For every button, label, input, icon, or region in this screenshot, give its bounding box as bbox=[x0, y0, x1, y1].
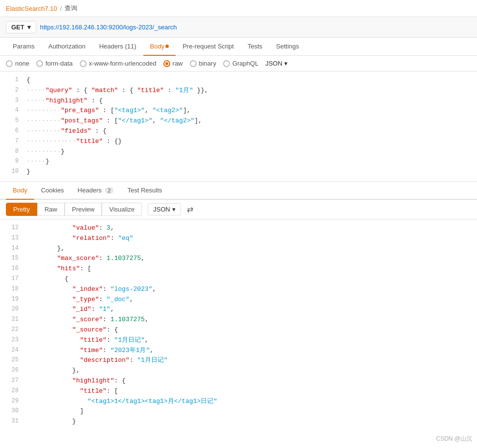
req-line-9: 9 ·····} bbox=[0, 157, 477, 167]
opt-raw-label: raw bbox=[173, 60, 183, 67]
resp-view-opts: Pretty Raw Preview Visualize JSON ▾ ⇄ bbox=[0, 200, 477, 219]
resp-line-19: 19 "_type": "_doc", bbox=[0, 295, 477, 305]
breadcrumb-sep: / bbox=[60, 5, 62, 12]
json-chevron: ▾ bbox=[284, 60, 288, 67]
resp-line-17: 17 { bbox=[0, 274, 477, 284]
opt-binary[interactable]: binary bbox=[190, 60, 216, 67]
resp-line-12: 12 "value": 3, bbox=[0, 223, 477, 234]
url-bar: GET ▾ bbox=[0, 17, 477, 38]
tab-prerequest[interactable]: Pre-request Script bbox=[176, 38, 241, 56]
opt-formdata-label: form-data bbox=[45, 60, 73, 67]
opt-urlencoded[interactable]: x-www-form-urlencoded bbox=[80, 60, 157, 67]
tab-body[interactable]: Body bbox=[143, 38, 176, 56]
opt-urlencoded-label: x-www-form-urlencoded bbox=[89, 60, 157, 67]
resp-line-29: 29 "<tag1>1</tag1><tag1>月</tag1>日记" bbox=[0, 397, 477, 407]
response-editor: 12 "value": 3, 13 "relation": "eq" 14 },… bbox=[0, 219, 477, 431]
view-pretty[interactable]: Pretty bbox=[6, 203, 37, 216]
radio-graphql bbox=[223, 60, 230, 67]
req-line-2: 2 ·····"query" : { "match" : { "title" :… bbox=[0, 86, 477, 96]
req-line-6: 6 ·········"fields" : { bbox=[0, 126, 477, 137]
json-format-dropdown[interactable]: JSON ▾ bbox=[265, 60, 288, 67]
resp-tab-cookies[interactable]: Cookies bbox=[34, 182, 71, 200]
resp-line-18: 18 "_index": "logs-2023", bbox=[0, 284, 477, 295]
breadcrumb: ElasticSearch7.10 / 查询 bbox=[6, 4, 77, 13]
tab-params[interactable]: Params bbox=[6, 38, 42, 56]
resp-line-28: 28 "title": [ bbox=[0, 386, 477, 397]
breadcrumb-page: 查询 bbox=[65, 4, 77, 13]
resp-tab-testresults[interactable]: Test Results bbox=[120, 182, 169, 200]
response-tabs: Body Cookies Headers 2 Test Results bbox=[0, 182, 477, 200]
opt-none-label: none bbox=[15, 60, 29, 67]
resp-line-26: 26 }, bbox=[0, 366, 477, 376]
method-chevron: ▾ bbox=[27, 24, 31, 31]
method-select[interactable]: GET ▾ bbox=[6, 21, 36, 33]
wrap-icon[interactable]: ⇄ bbox=[187, 205, 193, 214]
resp-line-30: 30 ] bbox=[0, 406, 477, 417]
radio-none bbox=[6, 60, 13, 67]
tab-headers[interactable]: Headers (11) bbox=[92, 38, 143, 56]
top-bar: ElasticSearch7.10 / 查询 bbox=[0, 0, 477, 17]
resp-line-16: 16 "hits": [ bbox=[0, 264, 477, 274]
resp-line-21: 21 "_score": 1.1037275, bbox=[0, 315, 477, 325]
resp-line-15: 15 "max_score": 1.1037275, bbox=[0, 254, 477, 264]
opt-graphql[interactable]: GraphQL bbox=[223, 60, 258, 67]
req-line-10: 10 } bbox=[0, 167, 477, 177]
resp-line-22: 22 "_source": { bbox=[0, 325, 477, 335]
req-line-1: 1 { bbox=[0, 75, 477, 86]
resp-line-13: 13 "relation": "eq" bbox=[0, 234, 477, 244]
resp-line-31: 31 } bbox=[0, 417, 477, 427]
opt-none[interactable]: none bbox=[6, 60, 29, 67]
resp-line-20: 20 "_id": "1", bbox=[0, 305, 477, 315]
resp-json-dropdown[interactable]: JSON ▾ bbox=[148, 203, 181, 215]
opt-graphql-label: GraphQL bbox=[232, 60, 258, 67]
req-line-7: 7 ·············"title" : {} bbox=[0, 137, 477, 147]
resp-line-25: 25 "description": "1月日记" bbox=[0, 355, 477, 366]
opt-formdata[interactable]: form-data bbox=[36, 60, 73, 67]
body-options: none form-data x-www-form-urlencoded raw… bbox=[0, 56, 477, 71]
opt-raw[interactable]: raw bbox=[163, 60, 183, 67]
breadcrumb-app[interactable]: ElasticSearch7.10 bbox=[6, 5, 57, 12]
url-input[interactable] bbox=[40, 22, 471, 33]
body-dot bbox=[165, 45, 169, 48]
tab-tests[interactable]: Tests bbox=[241, 38, 269, 56]
resp-tab-headers[interactable]: Headers 2 bbox=[71, 182, 121, 200]
radio-binary bbox=[190, 60, 197, 67]
request-tabs: Params Authorization Headers (11) Body P… bbox=[0, 38, 477, 56]
req-line-5: 5 ·········"post_tags" : ["</tag1>", "</… bbox=[0, 116, 477, 126]
view-preview[interactable]: Preview bbox=[65, 203, 102, 216]
resp-line-23: 23 "title": "1月日记", bbox=[0, 335, 477, 346]
req-line-8: 8 ·········} bbox=[0, 147, 477, 157]
tab-authorization[interactable]: Authorization bbox=[42, 38, 92, 56]
request-editor[interactable]: 1 { 2 ·····"query" : { "match" : { "titl… bbox=[0, 71, 477, 182]
opt-binary-label: binary bbox=[199, 60, 216, 67]
radio-raw bbox=[163, 60, 170, 67]
resp-tab-body[interactable]: Body bbox=[6, 182, 34, 200]
req-line-4: 4 ·········"pre_tags" : ["<tag1>", "<tag… bbox=[0, 106, 477, 116]
resp-line-27: 27 "highlight": { bbox=[0, 376, 477, 386]
tab-settings[interactable]: Settings bbox=[269, 38, 306, 56]
view-visualize[interactable]: Visualize bbox=[102, 203, 142, 216]
radio-formdata bbox=[36, 60, 43, 67]
resp-json-chevron: ▾ bbox=[172, 206, 176, 213]
radio-urlencoded bbox=[80, 60, 87, 67]
req-line-3: 3 ·····"highlight" : { bbox=[0, 96, 477, 106]
headers-badge: 2 bbox=[105, 187, 114, 194]
resp-line-24: 24 "time": "2023年1月", bbox=[0, 346, 477, 356]
method-label: GET bbox=[11, 24, 24, 31]
view-raw[interactable]: Raw bbox=[37, 203, 65, 216]
resp-line-14: 14 }, bbox=[0, 244, 477, 254]
